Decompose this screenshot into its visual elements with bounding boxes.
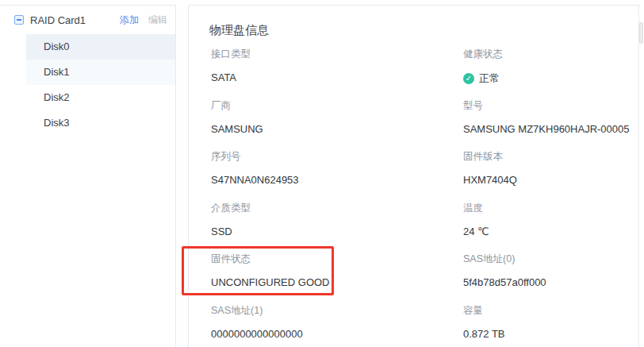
field-label: 接口类型	[211, 48, 463, 61]
field-value: SATA	[211, 71, 463, 83]
tree-node-label[interactable]: RAID Card1	[30, 14, 120, 26]
field-sas-address-1: SAS地址(1) 0000000000000000	[211, 304, 463, 347]
field-interface-type: 接口类型 SATA	[211, 48, 463, 99]
field-label: SAS地址(1)	[211, 304, 463, 318]
field-value: S47NNA0N624953	[211, 174, 463, 186]
field-value: 0000000000000000	[211, 328, 463, 340]
field-vendor: 厂商 SAMSUNG	[211, 99, 463, 151]
field-value: HXM7404Q	[463, 174, 630, 186]
field-serial-number: 序列号 S47NNA0N624953	[211, 150, 463, 202]
field-label: SAS地址(0)	[463, 253, 630, 266]
sidebar-disk-tree: RAID Card1 添加 编辑 Disk0 Disk1 Disk2 Disk3	[0, 5, 176, 347]
field-label: 介质类型	[211, 202, 463, 215]
field-value: SAMSUNG MZ7KH960HAJR-00005	[463, 123, 630, 135]
page-title: 物理盘信息	[209, 23, 269, 38]
field-value: SAMSUNG	[211, 123, 463, 135]
field-health-status: 健康状态 ✓ 正常	[463, 48, 630, 99]
field-value: 0.872 TB	[463, 328, 630, 340]
sidebar-item-disk0[interactable]: Disk0	[26, 34, 175, 60]
health-status-value: ✓ 正常	[463, 71, 630, 86]
physical-disk-info-panel: 物理盘信息 接口类型 SATA 健康状态 ✓ 正常 厂商 SAMSUNG 型号 …	[188, 5, 639, 347]
field-model: 型号 SAMSUNG MZ7KH960HAJR-00005	[463, 99, 630, 151]
sidebar-item-disk2[interactable]: Disk2	[26, 85, 175, 110]
tree-node-raid-card[interactable]: RAID Card1 添加 编辑	[0, 6, 175, 34]
vertical-scrollbar-thumb[interactable]	[639, 22, 643, 44]
field-label: 温度	[463, 202, 630, 215]
field-media-type: 介质类型 SSD	[211, 202, 463, 253]
field-label: 容量	[463, 304, 630, 318]
field-value: UNCONFIGURED GOOD	[211, 276, 463, 288]
sidebar-item-disk3[interactable]: Disk3	[26, 110, 175, 136]
field-label: 型号	[463, 99, 630, 113]
add-link[interactable]: 添加	[120, 13, 139, 27]
status-badge: 正常	[479, 71, 500, 86]
field-label: 健康状态	[463, 48, 630, 61]
collapse-minus-icon[interactable]	[14, 15, 24, 25]
field-label: 固件状态	[211, 253, 463, 266]
check-circle-icon: ✓	[463, 73, 474, 84]
field-value: 5f4b78d57a0ff000	[463, 276, 630, 288]
field-temperature: 温度 24 ℃	[463, 202, 630, 253]
disk-list: Disk0 Disk1 Disk2 Disk3	[26, 34, 175, 136]
field-value: SSD	[211, 226, 463, 237]
field-firmware-state: 固件状态 UNCONFIGURED GOOD	[211, 253, 463, 304]
field-capacity: 容量 0.872 TB	[463, 304, 630, 347]
field-label: 固件版本	[463, 150, 630, 164]
field-label: 序列号	[211, 150, 463, 164]
raid-management-page: RAID Card1 添加 编辑 Disk0 Disk1 Disk2 Disk3…	[0, 0, 644, 347]
field-firmware-version: 固件版本 HXM7404Q	[463, 150, 630, 202]
field-value: 24 ℃	[463, 226, 630, 237]
disk-info-fields: 接口类型 SATA 健康状态 ✓ 正常 厂商 SAMSUNG 型号 SAMSUN…	[211, 48, 630, 347]
sidebar-item-disk1[interactable]: Disk1	[26, 60, 175, 85]
field-sas-address-0: SAS地址(0) 5f4b78d57a0ff000	[463, 253, 630, 304]
field-label: 厂商	[211, 99, 463, 113]
edit-link[interactable]: 编辑	[148, 13, 167, 27]
